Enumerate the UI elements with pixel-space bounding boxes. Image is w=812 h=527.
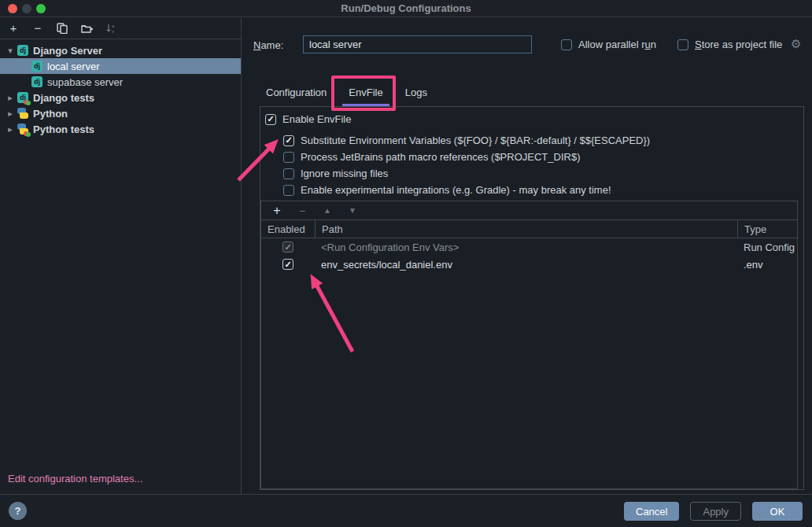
remove-configuration-icon[interactable]: − bbox=[31, 23, 44, 34]
tree-item-supabase-server[interactable]: dj supabase server bbox=[0, 74, 241, 90]
checkbox[interactable]: ✓ bbox=[283, 185, 294, 196]
envfile-table: + − ▲ ▼ Enabled Path Type ✓ <Run Configu… bbox=[260, 201, 798, 489]
env-row-type: .env bbox=[737, 259, 797, 271]
django-tests-icon: dj bbox=[17, 92, 28, 103]
checkbox[interactable]: ✓ bbox=[283, 135, 294, 146]
help-icon[interactable]: ? bbox=[9, 502, 27, 520]
checkbox[interactable]: ✓ bbox=[282, 259, 293, 270]
django-icon: dj bbox=[31, 61, 42, 72]
table-row[interactable]: ✓ env_secrets/local_daniel.env .env bbox=[261, 256, 797, 273]
checkbox: ✓ bbox=[282, 241, 293, 252]
move-up-icon[interactable]: ▲ bbox=[321, 205, 334, 216]
svg-text:z: z bbox=[112, 29, 114, 34]
dialog-titlebar: Run/Debug Configurations bbox=[0, 0, 812, 17]
sort-configurations-icon[interactable]: az bbox=[105, 23, 117, 34]
table-row[interactable]: ✓ <Run Configuration Env Vars> Run Confi… bbox=[261, 238, 797, 256]
apply-button[interactable]: Apply bbox=[690, 502, 741, 521]
tree-item-python-tests[interactable]: ▸ Python tests bbox=[0, 121, 241, 137]
copy-configuration-icon[interactable] bbox=[56, 23, 68, 34]
minimize-window-icon[interactable] bbox=[22, 4, 31, 13]
tree-item-django-tests[interactable]: ▸ dj Django tests bbox=[0, 90, 241, 105]
django-icon: dj bbox=[17, 45, 28, 56]
allow-parallel-run-checkbox[interactable]: ✓ Allow parallel run bbox=[561, 39, 656, 50]
add-env-file-icon[interactable]: + bbox=[271, 205, 283, 216]
experimental-integrations-checkbox[interactable]: ✓ Enable experimental integrations (e.g.… bbox=[283, 182, 803, 198]
store-as-project-file-checkbox[interactable]: ✓ Store as project file bbox=[677, 39, 782, 50]
chevron-right-icon[interactable]: ▸ bbox=[5, 124, 16, 135]
name-input[interactable] bbox=[303, 35, 532, 53]
ok-button[interactable]: OK bbox=[752, 502, 803, 521]
table-toolbar: + − ▲ ▼ bbox=[261, 201, 797, 220]
django-icon: dj bbox=[31, 76, 42, 87]
column-header-path[interactable]: Path bbox=[315, 220, 737, 238]
name-label: Name: bbox=[253, 39, 283, 51]
zoom-window-icon[interactable] bbox=[36, 4, 46, 13]
gear-icon[interactable]: ⚙ bbox=[791, 37, 801, 51]
close-window-icon[interactable] bbox=[8, 4, 17, 13]
chevron-down-icon[interactable]: ▾ bbox=[5, 46, 16, 56]
add-configuration-icon[interactable]: + bbox=[7, 23, 20, 34]
dialog-footer: ? Cancel Apply OK bbox=[0, 494, 812, 527]
python-tests-icon bbox=[17, 123, 28, 135]
checkbox[interactable]: ✓ bbox=[677, 39, 688, 50]
process-path-macros-checkbox[interactable]: ✓ Process JetBrains path macro reference… bbox=[283, 149, 803, 165]
envfile-panel: ✓ Enable EnvFile ✓ Substitute Environmen… bbox=[260, 106, 804, 490]
enable-envfile-checkbox[interactable]: ✓ Enable EnvFile bbox=[265, 111, 803, 127]
ignore-missing-files-checkbox[interactable]: ✓ Ignore missing files bbox=[283, 165, 803, 182]
new-folder-icon[interactable] bbox=[80, 24, 93, 34]
table-header: Enabled Path Type bbox=[261, 220, 797, 238]
dialog-title: Run/Debug Configurations bbox=[341, 2, 471, 14]
checkbox[interactable]: ✓ bbox=[561, 39, 572, 50]
tab-logs[interactable]: Logs bbox=[399, 81, 434, 106]
chevron-right-icon[interactable]: ▸ bbox=[5, 109, 16, 119]
tab-bar: Configuration EnvFile Logs bbox=[260, 81, 434, 106]
env-row-path: <Run Configuration Env Vars> bbox=[315, 241, 737, 253]
move-down-icon[interactable]: ▼ bbox=[346, 205, 359, 216]
column-header-enabled[interactable]: Enabled bbox=[261, 220, 315, 238]
tree-item-python[interactable]: ▸ Python bbox=[0, 105, 241, 121]
checkbox[interactable]: ✓ bbox=[283, 152, 294, 163]
traffic-lights bbox=[8, 4, 46, 13]
python-icon bbox=[17, 108, 28, 119]
env-row-type: Run Config bbox=[737, 241, 797, 253]
remove-env-file-icon[interactable]: − bbox=[296, 205, 308, 216]
substitute-env-vars-checkbox[interactable]: ✓ Substitute Environment Variables (${FO… bbox=[283, 132, 803, 149]
env-row-path: env_secrets/local_daniel.env bbox=[315, 259, 737, 271]
sidebar-toolbar: + − az bbox=[0, 18, 241, 39]
checkbox[interactable]: ✓ bbox=[283, 168, 294, 179]
checkbox[interactable]: ✓ bbox=[265, 114, 276, 125]
tab-configuration[interactable]: Configuration bbox=[260, 81, 333, 106]
configuration-tree: ▾ dj Django Server dj local server dj su… bbox=[0, 39, 241, 137]
edit-configuration-templates-link[interactable]: Edit configuration templates... bbox=[8, 473, 142, 485]
configurations-sidebar: + − az ▾ dj Django Server dj local serve… bbox=[0, 18, 242, 494]
column-header-type[interactable]: Type bbox=[737, 220, 797, 238]
tree-item-local-server[interactable]: dj local server bbox=[0, 58, 241, 74]
svg-text:a: a bbox=[112, 24, 115, 28]
cancel-button[interactable]: Cancel bbox=[624, 502, 679, 521]
tab-envfile[interactable]: EnvFile bbox=[342, 81, 389, 106]
chevron-right-icon[interactable]: ▸ bbox=[5, 93, 16, 103]
tree-item-django-server[interactable]: ▾ dj Django Server bbox=[0, 42, 241, 58]
